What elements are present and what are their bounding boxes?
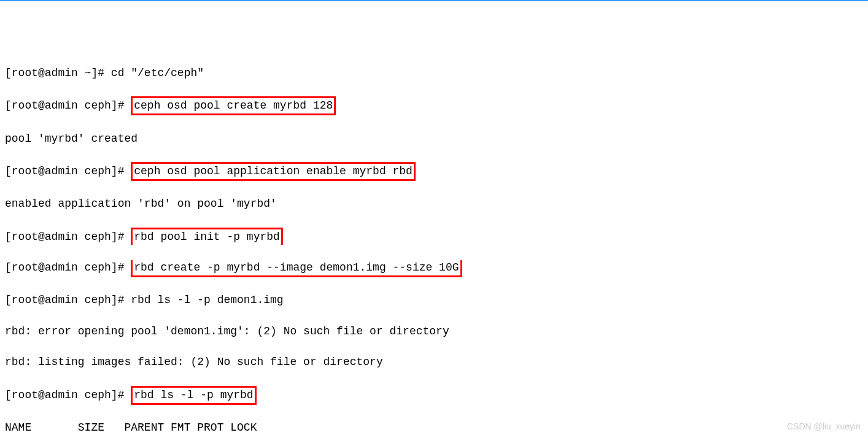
terminal-output: pool 'myrbd' created bbox=[5, 131, 863, 147]
highlighted-command: ceph osd pool application enable myrbd r… bbox=[131, 162, 416, 181]
prompt: [root@admin ~]# bbox=[5, 67, 111, 79]
terminal-line: [root@admin ceph]# rbd ls -l -p demon1.i… bbox=[5, 293, 863, 308]
prompt: [root@admin ceph]# bbox=[5, 99, 131, 112]
prompt: [root@admin ceph]# bbox=[5, 294, 131, 306]
prompt: [root@admin ceph]# bbox=[5, 165, 131, 177]
terminal-line: [root@admin ceph]# rbd ls -l -p myrbd bbox=[5, 386, 863, 405]
terminal-line: [root@admin ceph]# ceph osd pool applica… bbox=[5, 162, 863, 181]
terminal-line: [root@admin ~]# cd "/etc/ceph" bbox=[5, 66, 863, 81]
terminal-line: [root@admin ceph]# rbd create -p myrbd -… bbox=[5, 260, 863, 277]
prompt: [root@admin ceph]# bbox=[5, 389, 131, 401]
terminal-line: [root@admin ceph]# rbd pool init -p myrb… bbox=[5, 228, 863, 245]
command: cd "/etc/ceph" bbox=[111, 67, 204, 79]
terminal-output: enabled application 'rbd' on pool 'myrbd… bbox=[5, 196, 863, 212]
highlighted-command: ceph osd pool create myrbd 128 bbox=[131, 96, 336, 115]
watermark: CSDN @liu_xueyin bbox=[787, 421, 861, 433]
highlighted-command: rbd pool init -p myrbd bbox=[131, 228, 283, 245]
terminal-output: NAME SIZE PARENT FMT PROT LOCK bbox=[5, 420, 863, 436]
highlighted-command: rbd create -p myrbd --image demon1.img -… bbox=[131, 260, 462, 277]
prompt: [root@admin ceph]# bbox=[5, 261, 131, 274]
highlighted-command: rbd ls -l -p myrbd bbox=[131, 386, 256, 405]
terminal-output: rbd: listing images failed: (2) No such … bbox=[5, 355, 863, 370]
terminal-output: rbd: error opening pool 'demon1.img': (2… bbox=[5, 324, 863, 339]
prompt: [root@admin ceph]# bbox=[5, 231, 131, 243]
terminal-line: [root@admin ceph]# ceph osd pool create … bbox=[5, 96, 863, 115]
command: rbd ls -l -p demon1.img bbox=[131, 294, 283, 306]
